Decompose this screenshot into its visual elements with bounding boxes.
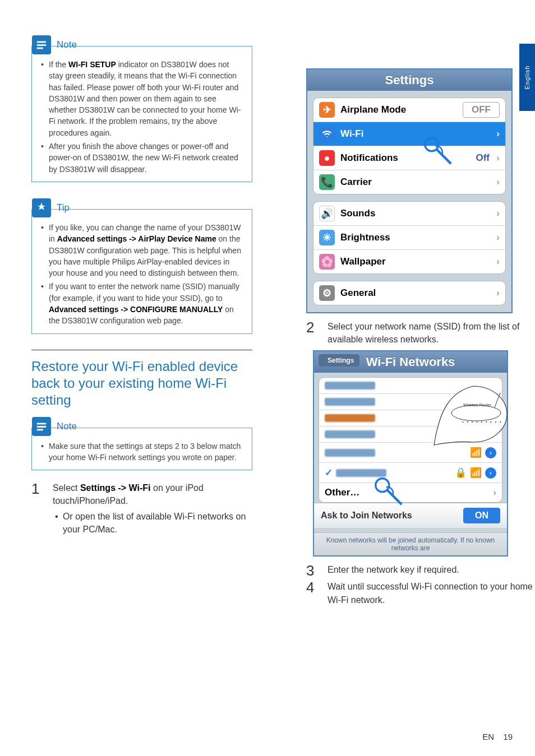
section-heading: Restore your Wi-Fi enabled device back t… (31, 350, 252, 409)
row-brightness[interactable]: ☀ Brightness › (313, 225, 505, 249)
chevron-right-icon: › (496, 128, 500, 140)
ask-to-join-row[interactable]: Ask to Join Networks ON (314, 503, 507, 528)
airplane-icon: ✈ (319, 102, 335, 118)
row-notifications[interactable]: ● Notifications Off › (313, 146, 505, 170)
notifications-icon: ● (319, 150, 335, 166)
note-icon (32, 417, 51, 436)
page-footer: EN 19 (482, 732, 513, 741)
note-item: If the WI-FI SETUP indicator on DS3801W … (39, 59, 245, 138)
chevron-right-icon: › (496, 208, 500, 219)
note-icon (32, 35, 51, 54)
note-item: Make sure that the settings at steps 2 t… (39, 440, 245, 463)
svg-rect-2 (37, 48, 43, 49)
svg-rect-0 (37, 41, 47, 43)
chevron-right-icon: › (493, 487, 496, 498)
disclosure-icon[interactable]: › (485, 447, 496, 458)
footer-lang: EN (482, 732, 494, 741)
wifi-signal-icon: 📶 (470, 467, 482, 479)
chevron-right-icon: › (496, 287, 500, 299)
wifi-foot-text: Known networks will be joined automatica… (314, 532, 507, 555)
step-text: Select Settings -> Wi-Fi on your iPod to… (53, 483, 204, 505)
carrier-icon: 📞 (319, 174, 335, 190)
general-icon: ⚙ (319, 285, 335, 301)
row-carrier[interactable]: 📞 Carrier › (313, 170, 505, 194)
wallpaper-icon: 🌸 (319, 254, 335, 270)
row-general[interactable]: ⚙ General › (313, 281, 505, 305)
tip-item: If you want to enter the network name (S… (39, 281, 245, 326)
row-sounds[interactable]: 🔊 Sounds › (313, 202, 505, 225)
ios-settings-screenshot: Settings ✈ Airplane Mode OFF Wi-Fi › ● N… (306, 68, 513, 313)
ask-toggle[interactable]: ON (463, 508, 500, 523)
step-text: Wait until successful Wi-Fi connection t… (328, 580, 535, 606)
wifi-icon (319, 126, 335, 142)
step-sub: Or open the list of available Wi-Fi netw… (53, 510, 252, 536)
chevron-right-icon: › (496, 232, 500, 243)
svg-rect-1 (37, 44, 47, 46)
chevron-right-icon: › (496, 152, 500, 164)
step-number: 2 (306, 320, 317, 346)
airplane-toggle[interactable]: OFF (463, 102, 500, 118)
note-callout: Note If the WI-FI SETUP indicator on DS3… (31, 46, 252, 182)
ios-wifi-screenshot: Settings Wi-Fi Networks 📶 › ✓ (313, 350, 508, 556)
note-item: After you finish the above changes or po… (39, 141, 245, 175)
step-text: Enter the network key if required. (328, 563, 535, 578)
svg-rect-5 (37, 429, 43, 430)
svg-rect-3 (37, 423, 47, 424)
checkmark-icon: ✓ (325, 467, 333, 479)
step: 2 Select your network name (SSID) from t… (306, 320, 535, 346)
note-callout: Note Make sure that the settings at step… (31, 428, 252, 471)
tip-callout: Tip If you like, you can change the name… (31, 209, 252, 334)
chevron-right-icon: › (496, 256, 500, 267)
step: 4 Wait until successful Wi-Fi connection… (306, 580, 535, 606)
ios-title: Settings (307, 69, 511, 91)
brightness-icon: ☀ (319, 230, 335, 245)
wifi-signal-icon: 📶 (470, 447, 482, 458)
step-number: 4 (306, 580, 317, 606)
wifi-other-row[interactable]: Other… › (319, 483, 502, 502)
tip-title: Tip (57, 202, 70, 214)
note-title: Note (57, 421, 77, 432)
svg-text:• • • • •  • • • •: • • • • • • • • • (462, 420, 502, 424)
sounds-icon: 🔊 (319, 206, 335, 221)
disclosure-icon[interactable]: › (485, 467, 496, 479)
chevron-right-icon: › (496, 177, 500, 188)
step-text: Select your network name (SSID) from the… (328, 320, 535, 346)
row-wallpaper[interactable]: 🌸 Wallpaper › (313, 249, 505, 273)
wifi-network-row-selected[interactable]: ✓ 🔒 📶 › (319, 462, 502, 483)
router-illustration: Wireless Router • • • • • • • • • (428, 369, 513, 448)
tip-item: If you like, you can change the name of … (39, 222, 245, 279)
footer-page: 19 (503, 732, 513, 741)
svg-text:Wireless Router: Wireless Router (463, 403, 491, 407)
note-title: Note (57, 39, 77, 50)
back-button[interactable]: Settings (319, 354, 359, 367)
step: 3 Enter the network key if required. (306, 563, 535, 578)
lock-icon: 🔒 (455, 467, 467, 479)
svg-rect-4 (37, 426, 47, 428)
step-number: 1 (31, 481, 43, 536)
tip-icon (32, 198, 51, 217)
step: 1 Select Settings -> Wi-Fi on your iPod … (31, 481, 252, 536)
step-number: 3 (306, 563, 317, 578)
ios-title: Wi-Fi Networks (366, 355, 455, 369)
row-airplane-mode[interactable]: ✈ Airplane Mode OFF (313, 98, 505, 122)
row-wifi[interactable]: Wi-Fi › (313, 122, 505, 146)
